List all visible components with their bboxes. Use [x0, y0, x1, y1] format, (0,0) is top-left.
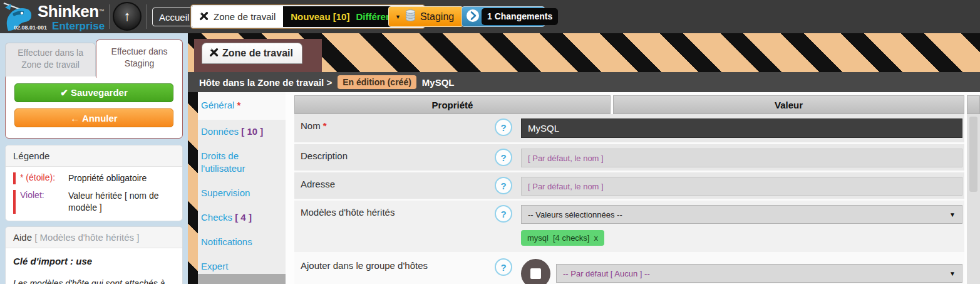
workzone-page-tab[interactable]: Zone de travail: [202, 43, 302, 64]
selected-template-tag: mysql [4 checks] x: [521, 230, 604, 246]
workzone-label: Zone de travail: [214, 11, 276, 22]
legend-item-required: * (étoile): Propriété obligatoire: [13, 172, 175, 184]
app-title: Shinken™: [38, 3, 105, 19]
section-nav: Général * Données [ 10 ] Droits de l'uti…: [198, 92, 286, 284]
help-icon[interactable]: ?: [495, 258, 512, 276]
help-text: Les modèles d'hôte qui sont attachés à l…: [13, 278, 175, 284]
main-area: Zone de travail Hôte dans la Zone de tra…: [188, 33, 980, 284]
save-button[interactable]: ✔ Sauvegarder: [14, 83, 173, 102]
help-icon[interactable]: ?: [495, 205, 512, 223]
database-icon: [405, 9, 416, 24]
tab-effectuer-zone-de-travail[interactable]: Effectuer dans la Zone de travail: [5, 43, 96, 76]
help-import-key: Clé d'import : use: [13, 256, 175, 266]
description-input[interactable]: [521, 149, 962, 167]
property-table: Propriété Valeur Nom * ? Description ?: [294, 95, 964, 284]
propagate-changes-button[interactable]: P 1 Changements: [462, 6, 545, 27]
column-header-valeur: Valeur: [613, 95, 964, 114]
nav-item-donnees[interactable]: Données [ 10 ]: [198, 120, 286, 144]
vertical-scrollbar[interactable]: [967, 95, 980, 284]
help-icon[interactable]: ?: [495, 149, 512, 166]
table-row-groupe-hotes: Ajouter dans le groupe d'hôtes ? -- Par …: [294, 252, 964, 284]
nom-input[interactable]: [521, 118, 962, 138]
caret-down-icon: ▼: [395, 14, 401, 20]
scroll-top-button[interactable]: ↑: [113, 2, 142, 31]
nav-item-checks[interactable]: Checks [ 4 ]: [198, 206, 286, 230]
staging-label: Staging: [420, 11, 454, 23]
help-panel: Aide [ Modèles d'hôte hérités ] Clé d'im…: [5, 226, 183, 284]
check-icon: ✔: [60, 87, 68, 98]
new-count-badge: Nouveau [10]: [291, 11, 349, 22]
shinken-logo: Shinken™ 02.08.01-001 Enterprise: [3, 1, 105, 34]
adresse-input[interactable]: [521, 177, 962, 196]
apply-target-tabs: Effectuer dans la Zone de travail Effect…: [5, 39, 183, 76]
dropdown-caret-icon: ▼: [949, 270, 956, 277]
nav-item-droits-utilisateur[interactable]: Droits de l'utilisateur: [198, 144, 286, 181]
legend-item-inherited: Violet: Valeur héritée [ nom de modèle ]: [13, 190, 175, 214]
shinken-enterprise-app: Shinken™ 02.08.01-001 Enterprise ↑ Accue…: [0, 0, 980, 284]
dropdown-caret-icon: ▼: [949, 211, 956, 218]
nav-item-supervision[interactable]: Supervision: [198, 181, 286, 206]
table-header: Propriété Valeur: [294, 95, 964, 114]
editor-content: Général * Données [ 10 ] Droits de l'uti…: [188, 92, 980, 284]
table-row-modeles-hote: Modèles d'hôte hérités ? -- Valeurs séle…: [294, 199, 964, 252]
toggle-hostgroup-button[interactable]: [521, 259, 550, 284]
tools-icon: [199, 11, 209, 23]
save-cancel-panel: ✔ Sauvegarder ← Annuler: [5, 75, 183, 139]
table-row-nom: Nom * ?: [294, 114, 964, 142]
topbar: Shinken™ 02.08.01-001 Enterprise ↑ Accue…: [0, 0, 980, 33]
app-edition: Enterprise: [52, 20, 105, 33]
topbar-divider: [109, 4, 110, 29]
scrollbar-header-cell: [967, 95, 980, 114]
topbar-divider: [146, 4, 147, 29]
section-nav-footer: [198, 274, 286, 284]
help-icon[interactable]: ?: [495, 118, 512, 136]
tools-icon: [209, 47, 219, 60]
scrollbar-thumb[interactable]: [969, 117, 977, 192]
remove-tag-icon[interactable]: x: [594, 233, 598, 243]
cancel-button[interactable]: ← Annuler: [14, 108, 173, 127]
home-button[interactable]: Accueil: [152, 8, 196, 26]
breadcrumb-current-item: MySQL: [422, 77, 455, 88]
tab-effectuer-staging[interactable]: Effectuer dans Staging: [96, 39, 183, 78]
staging-dropdown-button[interactable]: ▼ Staging: [388, 6, 463, 27]
back-arrow-icon: ←: [70, 113, 80, 124]
modeles-hote-select[interactable]: -- Valeurs sélectionnées -- ▼: [521, 205, 962, 224]
nav-item-general[interactable]: Général *: [198, 92, 286, 120]
up-arrow-icon: ↑: [124, 8, 131, 24]
nav-item-notifications[interactable]: Notifications: [198, 230, 286, 255]
stop-icon: [530, 268, 541, 279]
table-row-description: Description ?: [294, 142, 964, 171]
changes-count-badge: 1 Changements: [482, 8, 558, 25]
table-row-adresse: Adresse ?: [294, 171, 964, 199]
app-version: 02.08.01-001: [14, 24, 47, 31]
breadcrumb-path[interactable]: Hôte dans la Zone de travail >: [199, 77, 332, 88]
chevron-circle-icon: [466, 9, 480, 24]
breadcrumb: Hôte dans la Zone de travail > En éditio…: [188, 72, 980, 92]
help-icon[interactable]: ?: [495, 177, 512, 194]
column-header-propriete: Propriété: [294, 95, 611, 114]
help-context: [ Modèles d'hôte hérités ]: [34, 232, 139, 243]
help-panel-title: Aide [ Modèles d'hôte hérités ]: [6, 227, 182, 248]
left-sidebar: Effectuer dans la Zone de travail Effect…: [0, 33, 188, 284]
legend-panel: Légende * (étoile): Propriété obligatoir…: [5, 145, 183, 221]
legend-title: Légende: [6, 145, 182, 167]
status-badge: En édition (créé): [338, 75, 416, 89]
groupe-hotes-select[interactable]: -- Par défaut [ Aucun ] -- ▼: [556, 264, 962, 283]
